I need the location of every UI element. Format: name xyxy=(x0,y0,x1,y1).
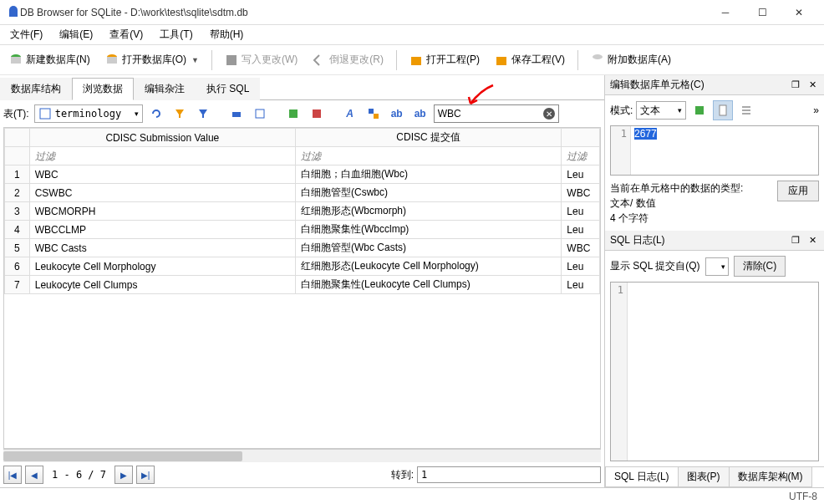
table-row[interactable]: 3 WBCMORPH 红细胞形态(Wbcmorph) Leu xyxy=(5,202,600,221)
header-row: CDISC Submission Value CDISC 提交值 xyxy=(5,129,600,147)
open-project-button[interactable]: 打开工程(P) xyxy=(404,49,486,70)
cell[interactable]: Leu xyxy=(562,276,600,294)
cell[interactable]: WBC xyxy=(562,239,600,257)
table-row[interactable]: 4 WBCCLMP 白细胞聚集性(Wbcclmp) Leu xyxy=(5,221,600,239)
sql-log-title: SQL 日志(L) xyxy=(610,233,786,247)
goto-button[interactable]: ab xyxy=(387,104,407,124)
last-record-button[interactable]: ▶| xyxy=(136,466,155,484)
cell[interactable]: WBC xyxy=(562,184,600,202)
tab-browse[interactable]: 浏览数据 xyxy=(72,78,134,100)
find-button[interactable]: A xyxy=(340,104,360,124)
cell[interactable]: 红细胞形态(Wbcmorph) xyxy=(296,202,562,221)
cell[interactable]: 白细胞聚集性(Leukocyte Cell Clumps) xyxy=(296,276,562,294)
main-toolbar: 新建数据库(N) 打开数据库(O)▼ 写入更改(W) 倒退更改(R) 打开工程(… xyxy=(0,45,824,75)
database-new-icon xyxy=(9,53,23,67)
table-row[interactable]: 7 Leukocyte Cell Clumps 白细胞聚集性(Leukocyte… xyxy=(5,276,600,294)
save-project-button[interactable]: 保存工程(V) xyxy=(489,49,571,70)
tab-sql[interactable]: 执行 SQL xyxy=(196,78,260,100)
table-select[interactable]: terminology ▾ xyxy=(34,104,143,123)
cell[interactable]: WBCCLMP xyxy=(29,221,295,239)
replace-button[interactable] xyxy=(364,104,384,124)
cell[interactable]: Leu xyxy=(562,257,600,276)
maximize-button[interactable]: ☐ xyxy=(744,1,781,24)
undock-icon[interactable]: ❐ xyxy=(789,79,802,92)
search-input[interactable]: WBC ✕ xyxy=(434,104,559,123)
menu-view[interactable]: 查看(V) xyxy=(103,26,150,43)
cell[interactable]: WBC xyxy=(29,165,295,184)
close-button[interactable]: ✕ xyxy=(781,1,817,24)
first-record-button[interactable]: |◀ xyxy=(3,466,22,484)
print-icon xyxy=(230,107,243,120)
undock-icon[interactable]: ❐ xyxy=(789,234,802,247)
revert-changes-button[interactable]: 倒退更改(R) xyxy=(307,49,389,70)
cell[interactable]: 白细胞；白血细胞(Wbc) xyxy=(296,165,562,184)
new-database-button[interactable]: 新建数据库(N) xyxy=(3,49,96,70)
print-button[interactable] xyxy=(226,104,247,124)
next-record-button[interactable]: ▶ xyxy=(114,466,133,484)
open-database-label: 打开数据库(O) xyxy=(122,53,186,67)
prev-record-button[interactable]: ◀ xyxy=(25,466,43,484)
refresh-button[interactable] xyxy=(146,104,166,124)
filter-row xyxy=(5,147,600,165)
null-cell-button[interactable] xyxy=(736,100,756,120)
revert-icon xyxy=(313,53,326,67)
export-button[interactable] xyxy=(250,104,270,124)
column-header[interactable]: CDISC Submission Value xyxy=(29,129,295,147)
table-row[interactable]: 5 WBC Casts 白细胞管型(Wbc Casts) WBC xyxy=(5,239,600,257)
insert-icon xyxy=(287,107,300,120)
cell[interactable]: WBCMORPH xyxy=(29,202,295,221)
export-cell-button[interactable] xyxy=(713,100,733,120)
table-row[interactable]: 2 CSWBC 白细胞管型(Cswbc) WBC xyxy=(5,184,600,202)
cell[interactable]: Leu xyxy=(562,202,600,221)
tab-pragmas[interactable]: 编辑杂注 xyxy=(134,78,196,100)
cell[interactable]: 白细胞管型(Cswbc) xyxy=(296,184,562,202)
cell[interactable]: Leu xyxy=(562,165,600,184)
filter-toggle-button[interactable]: ab xyxy=(410,104,430,124)
save-filter-button[interactable] xyxy=(193,104,213,124)
table-row[interactable]: 6 Leukocyte Cell Morphology 红细胞形态(Leukoc… xyxy=(5,257,600,276)
horizontal-scrollbar[interactable] xyxy=(3,449,601,462)
filter-input[interactable] xyxy=(301,150,556,162)
menu-tools[interactable]: 工具(T) xyxy=(153,26,199,43)
tab-plot[interactable]: 图表(P) xyxy=(678,467,730,487)
cell[interactable]: Leukocyte Cell Morphology xyxy=(29,257,295,276)
data-grid: CDISC Submission Value CDISC 提交值 1 WBC 白… xyxy=(3,127,601,449)
cell[interactable]: Leukocyte Cell Clumps xyxy=(29,276,295,294)
open-database-button[interactable]: 打开数据库(O)▼ xyxy=(99,49,205,70)
tab-schema[interactable]: 数据库架构(M) xyxy=(729,467,812,487)
close-panel-icon[interactable]: ✕ xyxy=(806,234,819,247)
cell[interactable]: Leu xyxy=(562,221,600,239)
cell[interactable]: 白细胞聚集性(Wbcclmp) xyxy=(296,221,562,239)
cell[interactable]: CSWBC xyxy=(29,184,295,202)
clear-log-button[interactable]: 清除(C) xyxy=(734,256,786,277)
menu-help[interactable]: 帮助(H) xyxy=(203,26,251,43)
cell-value-editor[interactable]: 1 2677 xyxy=(610,125,819,176)
mode-select[interactable]: 文本▾ xyxy=(636,101,686,120)
table-row[interactable]: 1 WBC 白细胞；白血细胞(Wbc) Leu xyxy=(5,165,600,184)
sql-log-text[interactable]: 1 xyxy=(610,282,819,461)
delete-record-button[interactable] xyxy=(307,104,327,124)
minimize-button[interactable]: ─ xyxy=(707,1,744,24)
column-header[interactable]: CDISC 提交值 xyxy=(296,129,562,147)
column-header[interactable] xyxy=(562,129,600,147)
menu-file[interactable]: 文件(F) xyxy=(3,26,49,43)
tab-sql-log[interactable]: SQL 日志(L) xyxy=(605,467,679,487)
filter-input[interactable] xyxy=(35,150,290,162)
close-panel-icon[interactable]: ✕ xyxy=(806,79,819,92)
cell[interactable]: WBC Casts xyxy=(29,239,295,257)
cell[interactable]: 红细胞形态(Leukocyte Cell Morphology) xyxy=(296,257,562,276)
apply-button[interactable]: 应用 xyxy=(777,181,819,201)
clear-filters-button[interactable] xyxy=(170,104,190,124)
attach-database-button[interactable]: 附加数据库(A) xyxy=(585,49,677,70)
new-record-button[interactable] xyxy=(283,104,303,124)
write-changes-button[interactable]: 写入更改(W) xyxy=(219,49,303,70)
menu-edit[interactable]: 编辑(E) xyxy=(53,26,99,43)
import-cell-button[interactable] xyxy=(689,100,710,120)
tab-structure[interactable]: 数据库结构 xyxy=(0,78,72,100)
clear-search-icon[interactable]: ✕ xyxy=(543,108,555,120)
filter-input[interactable] xyxy=(567,150,592,162)
goto-input[interactable] xyxy=(417,466,601,483)
more-icon[interactable]: » xyxy=(813,104,819,116)
cell[interactable]: 白细胞管型(Wbc Casts) xyxy=(296,239,562,257)
sql-source-select[interactable]: ▾ xyxy=(705,257,729,276)
